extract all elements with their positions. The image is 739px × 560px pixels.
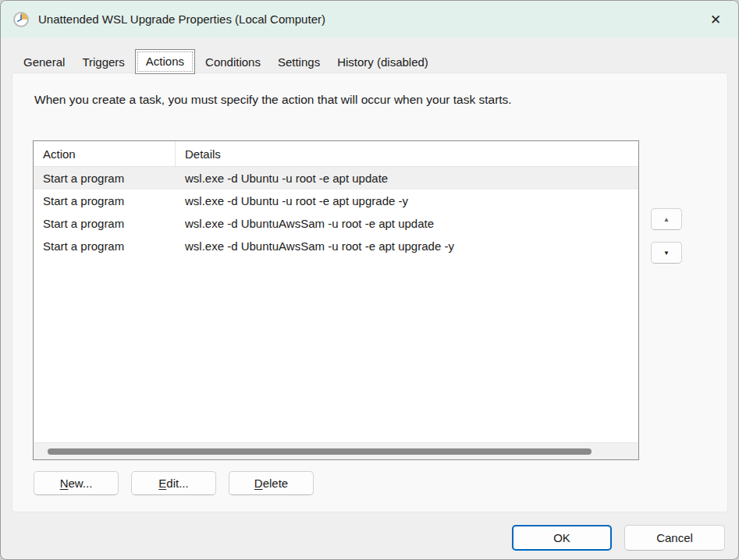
window-title: Unattended WSL Upgrade Properties (Local…	[38, 12, 325, 26]
cancel-button[interactable]: Cancel	[624, 525, 725, 551]
actions-table-header: Action Details	[34, 141, 638, 167]
tab-strip: General Triggers Actions Conditions Sett…	[15, 51, 437, 73]
delete-button-label: elete	[263, 477, 289, 490]
edit-button-mnemonic: E	[158, 477, 166, 490]
delete-button-mnemonic: D	[254, 477, 263, 490]
row-details-cell: wsl.exe -d UbuntuAwsSam -u root -e apt u…	[176, 235, 638, 257]
up-arrow-icon: ▲	[663, 216, 670, 223]
move-down-button[interactable]: ▼	[651, 242, 682, 264]
task-scheduler-clock-icon	[12, 11, 30, 28]
down-arrow-icon: ▼	[663, 250, 670, 257]
tab-history[interactable]: History (disabled)	[329, 51, 437, 73]
tab-actions[interactable]: Actions	[135, 49, 195, 74]
table-row[interactable]: Start a program wsl.exe -d UbuntuAwsSam …	[34, 235, 638, 257]
move-up-button[interactable]: ▲	[651, 208, 682, 230]
row-details-cell: wsl.exe -d Ubuntu -u root -e apt upgrade…	[176, 190, 638, 212]
horizontal-scrollbar-thumb[interactable]	[48, 448, 592, 455]
table-row[interactable]: Start a program wsl.exe -d UbuntuAwsSam …	[34, 212, 638, 235]
tab-triggers[interactable]: Triggers	[73, 51, 133, 73]
horizontal-scrollbar[interactable]	[34, 442, 638, 459]
row-details-cell: wsl.exe -d UbuntuAwsSam -u root -e apt u…	[176, 212, 638, 235]
column-header-details[interactable]: Details	[176, 141, 638, 166]
tab-settings[interactable]: Settings	[269, 51, 329, 73]
close-button[interactable]: ✕	[704, 8, 727, 31]
table-row[interactable]: Start a program wsl.exe -d Ubuntu -u roo…	[34, 190, 638, 212]
row-details-cell: wsl.exe -d Ubuntu -u root -e apt update	[176, 167, 638, 190]
actions-description: When you create a task, you must specify…	[34, 93, 512, 107]
edit-button[interactable]: Edit...	[131, 471, 216, 495]
column-header-action[interactable]: Action	[34, 141, 176, 166]
titlebar: Unattended WSL Upgrade Properties (Local…	[1, 1, 738, 37]
new-button-label: ew...	[68, 477, 92, 490]
edit-button-label: dit...	[166, 477, 188, 490]
new-button-mnemonic: N	[60, 477, 69, 490]
row-action-cell: Start a program	[34, 167, 176, 190]
new-button[interactable]: New...	[34, 471, 119, 495]
row-action-cell: Start a program	[34, 190, 176, 212]
ok-button[interactable]: OK	[512, 525, 612, 551]
table-row[interactable]: Start a program wsl.exe -d Ubuntu -u roo…	[34, 167, 638, 190]
task-properties-dialog: Unattended WSL Upgrade Properties (Local…	[0, 0, 739, 560]
actions-table: Action Details Start a program wsl.exe -…	[33, 140, 639, 460]
row-action-cell: Start a program	[34, 212, 176, 235]
tab-conditions[interactable]: Conditions	[197, 51, 269, 73]
tab-general[interactable]: General	[15, 51, 73, 73]
actions-tab-panel: When you create a task, you must specify…	[12, 73, 728, 512]
row-action-cell: Start a program	[34, 235, 176, 257]
delete-button[interactable]: Delete	[229, 471, 314, 495]
